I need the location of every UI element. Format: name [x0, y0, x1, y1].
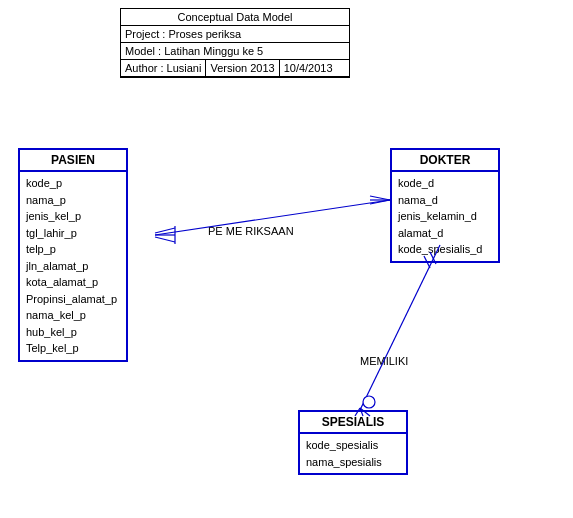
svg-line-5	[370, 196, 390, 200]
pasien-field-7: kota_alamat_p	[26, 274, 120, 291]
dokter-field-1: kode_d	[398, 175, 492, 192]
pasien-field-11: Telp_kel_p	[26, 340, 120, 357]
dokter-field-3: jenis_kelamin_d	[398, 208, 492, 225]
pasien-field-2: nama_p	[26, 192, 120, 209]
spesialis-field-1: kode_spesialis	[306, 437, 400, 454]
model-value: : Latihan Minggu ke 5	[158, 45, 263, 57]
pasien-field-10: hub_kel_p	[26, 324, 120, 341]
spesialis-body: kode_spesialis nama_spesialis	[300, 434, 406, 473]
model-label: Model	[125, 45, 155, 57]
dokter-field-4: alamat_d	[398, 225, 492, 242]
pasien-field-5: telp_p	[26, 241, 120, 258]
pasien-field-9: nama_kel_p	[26, 307, 120, 324]
info-box: Conceptual Data Model Project : Proses p…	[120, 8, 350, 78]
info-project: Project : Proses periksa	[121, 26, 349, 43]
spesialis-field-2: nama_spesialis	[306, 454, 400, 471]
pasien-header: PASIEN	[20, 150, 126, 172]
date-label: 10/4/2013	[280, 60, 337, 76]
spesialis-header: SPESIALIS	[300, 412, 406, 434]
version-label: Version 2013	[206, 60, 279, 76]
dokter-header: DOKTER	[392, 150, 498, 172]
svg-line-1	[155, 228, 175, 233]
pemeriksaan-label: PE ME RIKSAAN	[208, 225, 294, 237]
svg-line-7	[370, 200, 390, 204]
svg-line-3	[155, 237, 175, 242]
project-value: : Proses periksa	[162, 28, 241, 40]
entity-spesialis: SPESIALIS kode_spesialis nama_spesialis	[298, 410, 408, 475]
memiliki-label: MEMILIKI	[360, 355, 408, 367]
dokter-field-2: nama_d	[398, 192, 492, 209]
entity-dokter: DOKTER kode_d nama_d jenis_kelamin_d ala…	[390, 148, 500, 263]
pasien-field-1: kode_p	[26, 175, 120, 192]
info-title: Conceptual Data Model	[121, 9, 349, 26]
pasien-body: kode_p nama_p jenis_kel_p tgl_lahir_p te…	[20, 172, 126, 360]
pasien-field-6: jln_alamat_p	[26, 258, 120, 275]
dokter-body: kode_d nama_d jenis_kelamin_d alamat_d k…	[392, 172, 498, 261]
author-label: Author : Lusiani	[121, 60, 206, 76]
entity-pasien: PASIEN kode_p nama_p jenis_kel_p tgl_lah…	[18, 148, 128, 362]
dokter-field-5: kode_spesialis_d	[398, 241, 492, 258]
svg-point-9	[363, 396, 375, 408]
project-label: Project	[125, 28, 159, 40]
pasien-field-8: Propinsi_alamat_p	[26, 291, 120, 308]
info-model: Model : Latihan Minggu ke 5	[121, 43, 349, 60]
pasien-field-4: tgl_lahir_p	[26, 225, 120, 242]
info-author-row: Author : Lusiani Version 2013 10/4/2013	[121, 60, 349, 77]
pasien-field-3: jenis_kel_p	[26, 208, 120, 225]
svg-line-8	[360, 245, 440, 410]
